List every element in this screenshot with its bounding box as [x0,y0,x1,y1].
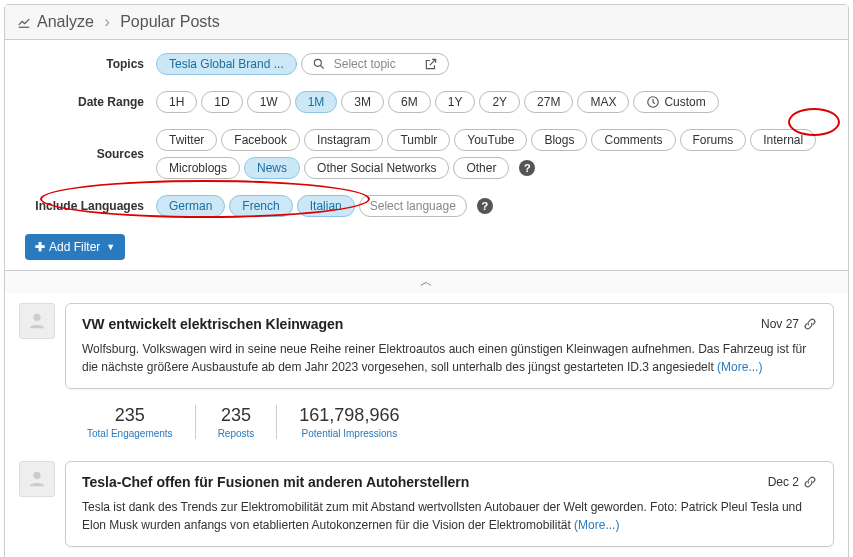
post-card[interactable]: Tesla-Chef offen für Fusionen mit andere… [65,461,834,547]
topics-row: Topics Tesla Global Brand ... Select top… [21,50,832,78]
source-option-instagram[interactable]: Instagram [304,129,383,151]
source-option-blogs[interactable]: Blogs [531,129,587,151]
search-icon [312,57,326,71]
page-header: Analyze › Popular Posts [5,5,848,40]
source-option-facebook[interactable]: Facebook [221,129,300,151]
languages-label: Include Languages [21,199,156,213]
source-option-internal[interactable]: Internal [750,129,816,151]
daterange-option-1h[interactable]: 1H [156,91,197,113]
language-selector[interactable]: Select language [359,195,467,217]
sources-label: Sources [21,147,156,161]
post-date: Nov 27 [761,317,817,331]
post-text: Wolfsburg. Volkswagen wird in seine neue… [82,340,817,376]
more-link[interactable]: (More...) [717,360,762,374]
svg-point-2 [33,314,40,321]
posts-list: VW entwickelt elektrischen Kleinwagen No… [5,293,848,557]
daterange-option-6m[interactable]: 6M [388,91,431,113]
daterange-option-27m[interactable]: 27M [524,91,573,113]
post-text: Tesla ist dank des Trends zur Elektromob… [82,498,817,534]
language-selected-italian[interactable]: Italian [297,195,355,217]
source-option-other[interactable]: Other [453,157,509,179]
daterange-option-max[interactable]: MAX [577,91,629,113]
caret-down-icon: ▼ [106,242,115,252]
chevron-up-icon: ︿ [420,274,433,289]
daterange-custom[interactable]: Custom [633,91,718,113]
daterange-option-1y[interactable]: 1Y [435,91,476,113]
source-option-news[interactable]: News [244,157,300,179]
source-option-comments[interactable]: Comments [591,129,675,151]
avatar [19,303,55,339]
breadcrumb-page: Popular Posts [120,13,220,30]
language-selected-german[interactable]: German [156,195,225,217]
link-icon[interactable] [803,475,817,489]
sources-row: SourcesTwitterFacebookInstagramTumblrYou… [21,126,832,182]
daterange-option-3m[interactable]: 3M [341,91,384,113]
post-title: VW entwickelt elektrischen Kleinwagen [82,316,343,332]
topics-label: Topics [21,57,156,71]
clock-icon [646,95,660,109]
stat-impressions[interactable]: 161,798,966 Potential Impressions [277,405,421,439]
source-option-microblogs[interactable]: Microblogs [156,157,240,179]
post-item: VW entwickelt elektrischen Kleinwagen No… [19,303,834,445]
language-selected-french[interactable]: French [229,195,292,217]
post-card[interactable]: VW entwickelt elektrischen Kleinwagen No… [65,303,834,389]
source-option-twitter[interactable]: Twitter [156,129,217,151]
help-icon[interactable]: ? [477,198,493,214]
link-icon[interactable] [803,317,817,331]
post-item: Tesla-Chef offen für Fusionen mit andere… [19,461,834,547]
daterange-option-1m[interactable]: 1M [295,91,338,113]
filters-panel: Topics Tesla Global Brand ... Select top… [5,40,848,270]
svg-point-3 [33,472,40,479]
external-link-icon [424,57,438,71]
breadcrumb-separator: › [104,13,109,30]
post-stats: 235 Total Engagements 235 Reposts 161,79… [65,399,834,445]
daterange-row: Date Range 1H1D1W1M3M6M1Y2Y27MMAX Custom [21,88,832,116]
daterange-option-1w[interactable]: 1W [247,91,291,113]
help-icon[interactable]: ? [519,160,535,176]
daterange-option-2y[interactable]: 2Y [479,91,520,113]
language-placeholder: Select language [370,199,456,213]
stat-engagements[interactable]: 235 Total Engagements [65,405,196,439]
collapse-toggle[interactable]: ︿ [5,270,848,293]
topic-selector[interactable]: Select topic [301,53,449,75]
avatar [19,461,55,497]
daterange-option-1d[interactable]: 1D [201,91,242,113]
breadcrumb: Analyze › Popular Posts [37,13,220,31]
plus-icon: ✚ [35,240,45,254]
source-option-other-social-networks[interactable]: Other Social Networks [304,157,449,179]
source-option-youtube[interactable]: YouTube [454,129,527,151]
topic-placeholder: Select topic [334,57,396,71]
post-date: Dec 2 [768,475,817,489]
analyze-icon [17,15,31,29]
stat-reposts[interactable]: 235 Reposts [196,405,278,439]
post-title: Tesla-Chef offen für Fusionen mit andere… [82,474,469,490]
daterange-label: Date Range [21,95,156,109]
source-option-forums[interactable]: Forums [680,129,747,151]
breadcrumb-root[interactable]: Analyze [37,13,94,30]
svg-point-0 [314,59,321,66]
app-container: Analyze › Popular Posts Topics Tesla Glo… [4,4,849,557]
source-option-tumblr[interactable]: Tumblr [387,129,450,151]
add-filter-button[interactable]: ✚ Add Filter ▼ [25,234,125,260]
languages-row: Include Languages GermanFrenchItalian Se… [21,192,832,220]
more-link[interactable]: (More...) [574,518,619,532]
topic-selected-pill[interactable]: Tesla Global Brand ... [156,53,297,75]
